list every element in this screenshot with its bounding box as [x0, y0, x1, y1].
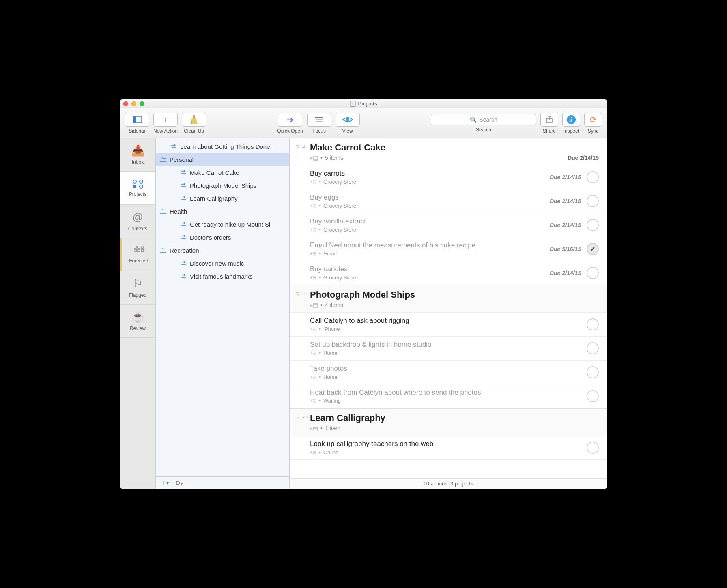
outline-item[interactable]: Personal [156, 153, 289, 166]
window-controls [123, 101, 144, 106]
task-context: Online [323, 449, 339, 455]
outline-item[interactable]: Discover new music [156, 257, 289, 270]
task-row[interactable]: Buy carrots+▤ • Grocery StoreDue 2/14/15 [290, 165, 607, 189]
note-icon[interactable]: +▤ [310, 179, 316, 185]
project-header[interactable]: ▽ ⇉Make Carrot Cake▸▤ • 5 itemsDue 2/14/… [290, 138, 607, 165]
perspectives-bar: 📥 Inbox Projects @ Contexts Forecast ⚐ F… [120, 138, 156, 489]
task-checkbox[interactable] [587, 390, 599, 402]
task-due: Due 2/14/15 [550, 270, 581, 276]
quick-open-label: Quick Open [277, 128, 303, 134]
perspective-review[interactable]: ☕ Review [120, 305, 155, 338]
task-checkbox[interactable] [587, 171, 599, 183]
note-icon[interactable]: +▤ [310, 350, 316, 356]
perspective-projects[interactable]: Projects [120, 172, 155, 205]
task-title: Email Ned about the measurements of his … [310, 241, 550, 249]
minimize-window-button[interactable] [131, 101, 136, 106]
outline-item-label: Make Carrot Cake [190, 169, 239, 176]
task-due: Due 5/16/15 [550, 246, 581, 252]
task-row[interactable]: Set up backdrop & lights in home studio+… [290, 337, 607, 361]
inspect-button[interactable]: i Inspect [562, 113, 580, 134]
outline-footer: ＋▾ ⚙▾ [156, 476, 289, 489]
task-checkbox[interactable] [587, 442, 599, 454]
task-due: Due 2/14/15 [550, 198, 581, 204]
note-icon[interactable]: +▤ [310, 203, 316, 208]
task-checkbox[interactable] [587, 342, 599, 354]
outline-item[interactable]: Learn Calligraphy [156, 192, 289, 205]
task-row[interactable]: Email Ned about the measurements of his … [290, 237, 607, 261]
view-button[interactable]: View [336, 113, 360, 134]
note-icon[interactable]: ▸▤ [310, 425, 318, 431]
task-row[interactable]: Take photos+▤ • Home [290, 361, 607, 384]
task-context: Grocery Store [323, 179, 356, 185]
task-checkbox[interactable] [587, 243, 599, 255]
outline-item[interactable]: Visit famous landmarks [156, 270, 289, 283]
project-title: Learn Calligraphy [310, 413, 599, 423]
sequential-project-icon [180, 183, 187, 187]
task-row[interactable]: Buy candles+▤ • Grocery StoreDue 2/14/15 [290, 261, 607, 285]
project-header[interactable]: ▽ ⚬⚬Learn Calligraphy▸▤ • 1 item [290, 408, 607, 436]
note-icon[interactable]: +▤ [310, 275, 316, 280]
svg-point-18 [140, 185, 143, 188]
perspective-flagged[interactable]: ⚐ Flagged [120, 271, 155, 305]
outline-settings-button[interactable]: ⚙▾ [175, 480, 183, 486]
task-checkbox[interactable] [587, 219, 599, 231]
svg-rect-22 [134, 249, 136, 252]
outline-item[interactable]: Doctor's orders [156, 231, 289, 244]
note-icon[interactable]: +▤ [310, 450, 316, 455]
search-input[interactable]: 🔍 Search [431, 114, 536, 125]
sequential-project-icon [170, 144, 177, 148]
disclosure-triangle-icon[interactable]: ▽ ⚬⚬ [296, 414, 309, 420]
note-icon[interactable]: +▤ [310, 251, 316, 256]
project-header[interactable]: ▽ ⚬⚬Photograph Model Ships▸▤ • 4 items [290, 285, 607, 313]
svg-point-10 [346, 118, 349, 121]
task-row[interactable]: Look up calligraphy teachers on the web+… [290, 436, 607, 460]
task-checkbox[interactable] [587, 195, 599, 207]
perspective-inbox[interactable]: 📥 Inbox [120, 138, 155, 172]
task-context: Home [323, 350, 338, 356]
search-label: Search [476, 127, 491, 133]
task-checkbox[interactable] [587, 267, 599, 279]
outline-item[interactable]: Make Carrot Cake [156, 166, 289, 179]
task-context: Grocery Store [323, 203, 356, 209]
disclosure-triangle-icon[interactable]: ▽ ⚬⚬ [296, 291, 309, 296]
sync-button[interactable]: ⟳ Sync [584, 113, 602, 134]
outline-item[interactable]: Recreation [156, 244, 289, 257]
task-checkbox[interactable] [587, 318, 599, 330]
sidebar-toggle-button[interactable]: Sidebar [125, 113, 149, 134]
clean-up-button[interactable]: Clean Up [182, 113, 206, 134]
task-row[interactable]: Call Catelyn to ask about rigging+▤ • iP… [290, 313, 607, 337]
sequential-project-icon [180, 222, 187, 226]
outline-item[interactable]: Get ready to hike up Mount Si [156, 218, 289, 231]
focus-button[interactable]: Focus [307, 113, 331, 134]
disclosure-triangle-icon[interactable]: ▽ ⇉ [296, 144, 305, 149]
share-button[interactable]: Share [540, 113, 558, 134]
note-icon[interactable]: +▤ [310, 398, 316, 403]
outline-item[interactable]: Photograph Model Ships [156, 179, 289, 192]
add-outline-button[interactable]: ＋▾ [161, 479, 169, 487]
perspective-contexts[interactable]: @ Contexts [120, 205, 155, 238]
zoom-window-button[interactable] [140, 101, 144, 106]
sequential-project-icon [180, 170, 187, 174]
note-icon[interactable]: +▤ [310, 227, 316, 232]
close-window-button[interactable] [123, 101, 128, 106]
task-checkbox[interactable] [587, 366, 599, 378]
outline-item-label: Recreation [170, 247, 199, 254]
task-row[interactable]: Hear back from Catelyn about where to se… [290, 384, 607, 408]
note-icon[interactable]: +▤ [310, 374, 316, 380]
outline-item[interactable]: Learn about Getting Things Done [156, 140, 289, 153]
svg-point-16 [140, 180, 143, 183]
app-window: ✓ Projects Sidebar ＋ New Action Clean Up… [120, 99, 607, 489]
task-title: Look up calligraphy teachers on the web [310, 440, 581, 448]
note-icon[interactable]: ▸▤ [310, 155, 318, 161]
perspective-forecast[interactable]: Forecast [120, 238, 155, 271]
quick-open-button[interactable]: ➔ Quick Open [277, 113, 303, 134]
outline-item[interactable]: Health [156, 205, 289, 218]
note-icon[interactable]: ▸▤ [310, 302, 318, 308]
note-icon[interactable]: +▤ [310, 326, 316, 332]
outline-item-label: Health [170, 208, 187, 215]
task-row[interactable]: Buy vanilla extract+▤ • Grocery StoreDue… [290, 213, 607, 237]
new-action-button[interactable]: ＋ New Action [153, 113, 178, 134]
sidebar-toggle-label: Sidebar [129, 128, 145, 134]
task-row[interactable]: Buy eggs+▤ • Grocery StoreDue 2/14/15 [290, 189, 607, 213]
perspective-flagged-label: Flagged [129, 292, 146, 298]
